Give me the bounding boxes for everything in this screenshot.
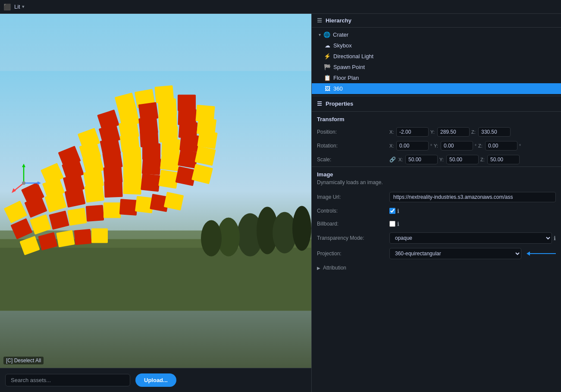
svg-point-83 bbox=[22, 182, 25, 185]
svg-rect-68 bbox=[119, 199, 138, 216]
svg-rect-39 bbox=[179, 134, 199, 152]
hierarchy-item-360[interactable]: 🖼 360 bbox=[312, 83, 561, 94]
svg-point-8 bbox=[201, 220, 222, 257]
svg-rect-65 bbox=[67, 208, 87, 226]
deg-unit-z: ° bbox=[519, 144, 521, 148]
projection-select[interactable]: 360-equirectangular flat bbox=[389, 248, 521, 259]
x-label: X: bbox=[398, 157, 404, 162]
lit-mode-selector[interactable]: Lit ▾ bbox=[14, 3, 25, 10]
rotation-y-input[interactable] bbox=[441, 141, 473, 151]
transparency-values: opaque alphatest alphablend ℹ bbox=[389, 232, 556, 244]
hierarchy-item-label: Directional Light bbox=[333, 53, 373, 60]
scale-z-axis: Z: bbox=[480, 155, 520, 164]
controls-row: Controls: ℹ bbox=[312, 204, 561, 217]
hierarchy-item-skybox[interactable]: ☁ Skybox bbox=[312, 40, 561, 51]
projection-values: 360-equirectangular flat bbox=[389, 248, 556, 259]
rotation-label: Rotation: bbox=[317, 143, 386, 149]
transparency-row: Transparency Mode: opaque alphatest alph… bbox=[312, 230, 561, 246]
chevron-down-icon: ▾ bbox=[22, 4, 25, 9]
controls-label: Controls: bbox=[317, 208, 386, 214]
y-label: Y: bbox=[439, 157, 445, 162]
svg-rect-46 bbox=[123, 163, 141, 179]
y-label: Y: bbox=[430, 129, 436, 135]
controls-help-icon[interactable]: ℹ bbox=[397, 208, 399, 214]
position-y-axis: Y: bbox=[430, 127, 470, 137]
hierarchy-item-label: Skybox bbox=[333, 42, 352, 49]
flag-icon: 🏁 bbox=[324, 64, 331, 70]
scale-values: 🔗 X: Y: Z: bbox=[389, 155, 556, 164]
rotation-row: Rotation: X: ° Y: ° Z: ° bbox=[312, 139, 561, 153]
properties-icon: ☰ bbox=[317, 100, 322, 107]
hierarchy-item-label: Spawn Point bbox=[333, 64, 365, 70]
billboard-help-icon[interactable]: ℹ bbox=[397, 221, 399, 227]
hierarchy-item-floor-plan[interactable]: 📋 Floor Plan bbox=[312, 72, 561, 83]
rotation-x-input[interactable] bbox=[396, 141, 429, 151]
hierarchy-list: ▾ 🌐 Crater ☁ Skybox ⚡ Directional Light … bbox=[312, 28, 561, 96]
scale-x-input[interactable] bbox=[405, 155, 438, 164]
transparency-label: Transparency Mode: bbox=[317, 235, 386, 241]
controls-checkbox[interactable] bbox=[389, 208, 395, 214]
deselect-all-label[interactable]: [C] Deselect All bbox=[3, 357, 44, 364]
hierarchy-item-crater[interactable]: ▾ 🌐 Crater bbox=[312, 29, 561, 40]
lightning-icon: ⚡ bbox=[324, 53, 331, 60]
position-z-input[interactable] bbox=[478, 127, 511, 137]
hierarchy-item-spawn-point[interactable]: 🏁 Spawn Point bbox=[312, 62, 561, 72]
scale-y-input[interactable] bbox=[446, 155, 479, 164]
image-url-input[interactable] bbox=[389, 192, 556, 202]
arrow-head-icon bbox=[527, 251, 530, 256]
viewport-area: [C] Deselect All Upload... bbox=[0, 14, 311, 392]
svg-rect-66 bbox=[86, 205, 104, 222]
svg-rect-67 bbox=[103, 203, 121, 218]
globe-icon: 🌐 bbox=[323, 31, 330, 38]
upload-button[interactable]: Upload... bbox=[135, 373, 176, 387]
chart-icon: ⬛ bbox=[3, 3, 11, 10]
search-input[interactable] bbox=[5, 374, 130, 386]
hierarchy-icon: ☰ bbox=[317, 17, 322, 24]
scale-y-axis: Y: bbox=[439, 155, 479, 164]
viewport-canvas[interactable]: [C] Deselect All bbox=[0, 14, 311, 368]
properties-header: ☰ Properties bbox=[312, 96, 561, 112]
hierarchy-item-directional-light[interactable]: ⚡ Directional Light bbox=[312, 51, 561, 62]
search-input-container bbox=[5, 374, 130, 386]
top-bar: ⬛ Lit ▾ bbox=[0, 0, 561, 14]
deg-unit-x: ° bbox=[430, 144, 432, 148]
rotation-z-axis: Z: ° bbox=[478, 141, 521, 151]
attribution-row[interactable]: ▶ Attribution bbox=[312, 261, 561, 274]
transparency-select[interactable]: opaque alphatest alphablend bbox=[389, 232, 552, 244]
right-panel: ☰ Hierarchy ▾ 🌐 Crater ☁ Skybox ⚡ Direct… bbox=[311, 14, 561, 392]
transparency-help-icon[interactable]: ℹ bbox=[554, 235, 556, 241]
deg-unit-y: ° bbox=[475, 144, 476, 148]
position-y-input[interactable] bbox=[437, 127, 470, 137]
image-section: Image Dynamically loads an image. Image … bbox=[312, 166, 561, 274]
billboard-row: Billboard: ℹ bbox=[312, 217, 561, 230]
x-label: X: bbox=[389, 143, 395, 148]
rotation-y-axis: Y: ° bbox=[434, 141, 476, 151]
billboard-checkbox[interactable] bbox=[389, 221, 395, 227]
arrow-line bbox=[530, 253, 556, 254]
image-subtitle: Dynamically loads an image. bbox=[312, 179, 561, 190]
scale-row: Scale: 🔗 X: Y: Z: bbox=[312, 153, 561, 166]
svg-rect-74 bbox=[56, 230, 75, 247]
svg-rect-48 bbox=[160, 153, 180, 171]
image-url-label: Image Url: bbox=[317, 194, 386, 200]
image-title: Image bbox=[312, 167, 561, 179]
hierarchy-item-label: Floor Plan bbox=[333, 75, 359, 81]
billboard-values: ℹ bbox=[389, 221, 556, 227]
rotation-x-axis: X: ° bbox=[389, 141, 432, 151]
position-label: Position: bbox=[317, 129, 386, 135]
lit-mode-label: Lit bbox=[14, 3, 20, 10]
position-x-input[interactable] bbox=[396, 127, 429, 137]
z-label: Z: bbox=[471, 129, 477, 135]
billboard-label: Billboard: bbox=[317, 221, 386, 227]
link-icon[interactable]: 🔗 bbox=[389, 157, 396, 163]
projection-row: Projection: 360-equirectangular flat bbox=[312, 246, 561, 261]
svg-point-6 bbox=[292, 206, 311, 251]
main-layout: [C] Deselect All Upload... ☰ Hierarchy ▾… bbox=[0, 14, 561, 392]
image-url-row: Image Url: bbox=[312, 190, 561, 204]
z-label: Z: bbox=[480, 157, 486, 162]
scale-z-input[interactable] bbox=[487, 155, 520, 164]
rotation-z-input[interactable] bbox=[485, 141, 517, 151]
attribution-label: Attribution bbox=[323, 265, 346, 271]
svg-rect-75 bbox=[74, 229, 92, 245]
svg-rect-16 bbox=[178, 95, 196, 111]
